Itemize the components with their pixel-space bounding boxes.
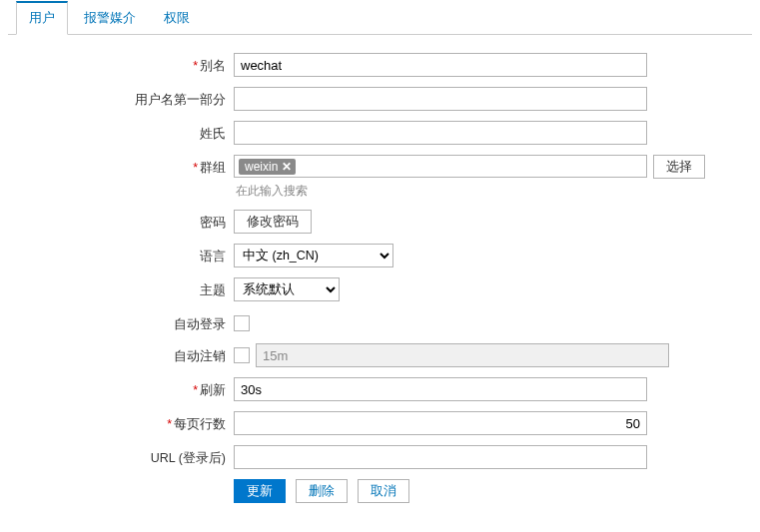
label-firstname: 用户名第一部分 <box>24 87 234 109</box>
autologout-checkbox[interactable] <box>234 347 250 363</box>
tab-media-label: 报警媒介 <box>84 10 136 25</box>
label-lastname: 姓氏 <box>24 121 234 143</box>
tab-perm-label: 权限 <box>164 10 190 25</box>
rows-input[interactable] <box>234 411 647 435</box>
cancel-button[interactable]: 取消 <box>358 479 409 503</box>
groups-box[interactable]: weixin ✕ <box>234 155 647 178</box>
autologout-input <box>256 343 669 367</box>
theme-select[interactable]: 系统默认 <box>234 277 340 301</box>
delete-button[interactable]: 删除 <box>296 479 348 503</box>
autologin-checkbox[interactable] <box>234 315 250 331</box>
user-form: *别名 用户名第一部分 姓氏 *群组 weixin ✕ <box>8 35 752 513</box>
refresh-input[interactable] <box>234 377 647 401</box>
update-button[interactable]: 更新 <box>234 479 286 503</box>
label-autologout: 自动注销 <box>24 343 234 365</box>
label-language: 语言 <box>24 244 234 266</box>
label-groups: *群组 <box>24 155 234 177</box>
label-url: URL (登录后) <box>24 445 234 467</box>
label-password: 密码 <box>24 210 234 232</box>
alias-input[interactable] <box>234 53 647 77</box>
firstname-input[interactable] <box>234 87 647 111</box>
language-select[interactable]: 中文 (zh_CN) <box>234 244 393 267</box>
select-groups-button[interactable]: 选择 <box>653 155 705 179</box>
lastname-input[interactable] <box>234 121 647 145</box>
label-refresh: *刷新 <box>24 377 234 399</box>
groups-hint: 在此输入搜索 <box>234 183 647 200</box>
tab-user[interactable]: 用户 <box>16 1 68 35</box>
tab-bar: 用户 报警媒介 权限 <box>8 0 752 35</box>
label-alias: *别名 <box>24 53 234 75</box>
remove-group-icon[interactable]: ✕ <box>282 160 292 174</box>
url-input[interactable] <box>234 445 647 469</box>
tab-perm[interactable]: 权限 <box>152 1 202 35</box>
label-autologin: 自动登录 <box>24 311 234 333</box>
group-tag: weixin ✕ <box>239 159 296 175</box>
label-theme: 主题 <box>24 277 234 299</box>
tab-media[interactable]: 报警媒介 <box>72 1 148 35</box>
label-rows: *每页行数 <box>24 411 234 433</box>
change-password-button[interactable]: 修改密码 <box>234 210 312 234</box>
tab-user-label: 用户 <box>29 10 55 25</box>
group-tag-label: weixin <box>245 160 278 174</box>
